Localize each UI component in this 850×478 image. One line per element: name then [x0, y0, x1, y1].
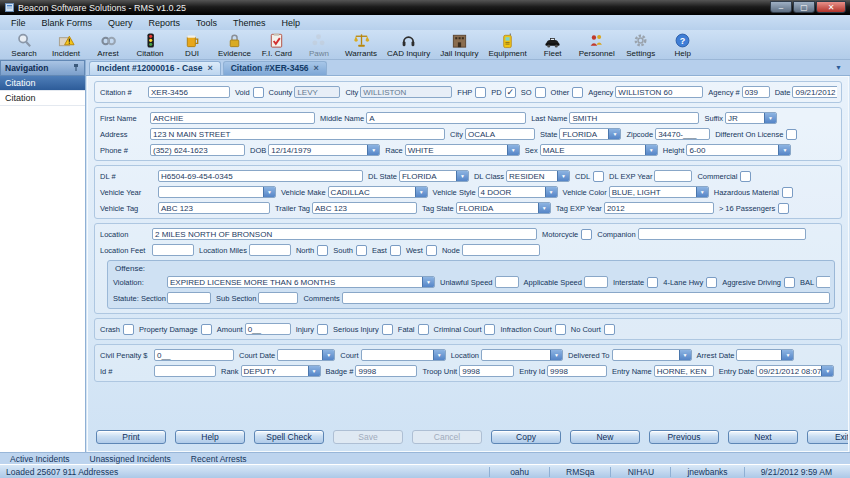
unlawful-speed-input[interactable]: [495, 276, 519, 288]
location-miles-input[interactable]: [249, 244, 291, 256]
delivered-to-dropdown-icon[interactable]: ▼: [679, 350, 691, 360]
rank-dropdown-icon[interactable]: ▼: [308, 366, 320, 376]
rank-input[interactable]: DEPUTY: [242, 366, 308, 376]
court-location-dropdown-icon[interactable]: ▼: [550, 350, 562, 360]
first-name-input[interactable]: ARCHIE: [150, 112, 315, 124]
injury-checkbox[interactable]: [317, 324, 328, 335]
menu-item-query[interactable]: Query: [100, 18, 141, 28]
city-input[interactable]: OCALA: [465, 128, 535, 140]
toolbar-jail-inquiry[interactable]: Jail Inquiry: [435, 32, 483, 58]
tab-overflow-icon[interactable]: ▼: [835, 64, 842, 71]
court-dropdown-icon[interactable]: ▼: [433, 350, 445, 360]
dl-state-input[interactable]: FLORIDA: [400, 171, 456, 181]
sidebar-item-citation-0[interactable]: Citation: [0, 76, 85, 91]
citation-date-input[interactable]: 09/21/2012 08:05: [793, 87, 837, 97]
dl-class-dropdown-icon[interactable]: ▼: [557, 171, 569, 181]
sex-dropdown-icon[interactable]: ▼: [645, 145, 657, 155]
companion-input[interactable]: [638, 228, 806, 240]
hazardous-material-checkbox[interactable]: [782, 187, 793, 198]
county-input[interactable]: LEVY: [294, 86, 340, 98]
agency-number-input[interactable]: 039: [742, 86, 770, 98]
toolbar-citation[interactable]: Citation: [129, 32, 171, 58]
trailer-tag-input[interactable]: ABC 123: [312, 202, 417, 214]
location-input[interactable]: 2 MILES NORTH OF BRONSON: [152, 228, 537, 240]
over-16-passengers-checkbox[interactable]: [778, 203, 789, 214]
menu-item-themes[interactable]: Themes: [225, 18, 274, 28]
menu-item-file[interactable]: File: [3, 18, 34, 28]
cdl-checkbox[interactable]: [593, 171, 604, 182]
vehicle-year-input[interactable]: [159, 187, 263, 197]
node-input[interactable]: [462, 244, 540, 256]
agency-input[interactable]: WILLISTON 60: [615, 86, 703, 98]
cancel-button[interactable]: Cancel: [412, 430, 482, 444]
toolbar-incident[interactable]: Incident: [45, 32, 87, 58]
dl-class-input[interactable]: RESIDEN: [507, 171, 557, 181]
toolbar-warrants[interactable]: Warrants: [340, 32, 382, 58]
so-checkbox[interactable]: [535, 87, 546, 98]
previous-button[interactable]: Previous: [649, 430, 719, 444]
arrest-date-input[interactable]: [737, 350, 781, 360]
menu-item-help[interactable]: Help: [274, 18, 309, 28]
dob-dropdown-icon[interactable]: ▼: [367, 145, 379, 155]
motorcycle-checkbox[interactable]: [581, 229, 592, 240]
property-damage-checkbox[interactable]: [201, 324, 212, 335]
void-checkbox[interactable]: [253, 87, 264, 98]
court-input[interactable]: [362, 350, 433, 360]
suffix-input[interactable]: JR: [726, 113, 764, 123]
state-input[interactable]: FLORIDA: [560, 129, 608, 139]
race-input[interactable]: WHITE: [406, 145, 507, 155]
city-issued-input[interactable]: WILLISTON: [360, 86, 452, 98]
menu-item-reports[interactable]: Reports: [141, 18, 189, 28]
maximize-button[interactable]: ▢: [793, 1, 815, 13]
infraction-court-checkbox[interactable]: [555, 324, 566, 335]
tag-state-input[interactable]: FLORIDA: [457, 203, 538, 213]
dl-state-dropdown-icon[interactable]: ▼: [456, 171, 468, 181]
toolbar-cad-inquiry[interactable]: CAD Inquiry: [382, 32, 435, 58]
court-date-dropdown-icon[interactable]: ▼: [322, 350, 334, 360]
north-checkbox[interactable]: [317, 245, 328, 256]
copy-button[interactable]: Copy: [491, 430, 561, 444]
south-checkbox[interactable]: [356, 245, 367, 256]
toolbar-pawn[interactable]: Pawn: [298, 32, 340, 58]
bottom-tab-recent-arrests[interactable]: Recent Arrests: [191, 454, 247, 464]
other-checkbox[interactable]: [572, 87, 583, 98]
toolbar-f-i-card[interactable]: F.I. Card: [256, 32, 298, 58]
four-lane-hwy-checkbox[interactable]: [706, 277, 717, 288]
toolbar-personnel[interactable]: Personnel: [574, 32, 620, 58]
tag-exp-year-input[interactable]: 2012: [604, 202, 714, 214]
tab-close-icon[interactable]: ×: [314, 64, 319, 72]
height-dropdown-icon[interactable]: ▼: [778, 145, 790, 155]
next-button[interactable]: Next: [728, 430, 798, 444]
sex-input[interactable]: MALE: [541, 145, 645, 155]
middle-name-input[interactable]: A: [366, 112, 526, 124]
location-feet-input[interactable]: [152, 244, 194, 256]
toolbar-search[interactable]: Search: [3, 32, 45, 58]
violation-dropdown-icon[interactable]: ▼: [422, 277, 434, 287]
serious-injury-checkbox[interactable]: [382, 324, 393, 335]
tab-close-icon[interactable]: ×: [207, 64, 212, 72]
vehicle-year-dropdown-icon[interactable]: ▼: [263, 187, 275, 197]
aggresive-driving-checkbox[interactable]: [784, 277, 795, 288]
tab-incident-12000016-case[interactable]: Incident #12000016 - Case×: [89, 61, 221, 75]
toolbar-settings[interactable]: Settings: [620, 32, 662, 58]
pin-icon[interactable]: [72, 63, 80, 74]
last-name-input[interactable]: SMITH: [569, 112, 699, 124]
vehicle-color-dropdown-icon[interactable]: ▼: [696, 187, 708, 197]
court-date-input[interactable]: [278, 350, 322, 360]
toolbar-help[interactable]: ?Help: [662, 32, 704, 58]
zipcode-input[interactable]: 34470-___: [655, 128, 710, 140]
commercial-checkbox[interactable]: [740, 171, 751, 182]
badge-number-input[interactable]: 9998: [355, 365, 417, 377]
toolbar-dui[interactable]: DUI: [171, 32, 213, 58]
toolbar-evidence[interactable]: Evidence: [213, 32, 256, 58]
citation-number-input[interactable]: XER-3456: [148, 86, 230, 98]
interstate-checkbox[interactable]: [647, 277, 658, 288]
suffix-dropdown-icon[interactable]: ▼: [764, 113, 776, 123]
fhp-checkbox[interactable]: [475, 87, 486, 98]
race-dropdown-icon[interactable]: ▼: [507, 145, 519, 155]
dob-input[interactable]: 12/14/1979: [269, 145, 367, 155]
pd-checkbox[interactable]: ✓: [505, 87, 516, 98]
vehicle-style-dropdown-icon[interactable]: ▼: [545, 187, 557, 197]
save-button[interactable]: Save: [333, 430, 403, 444]
amount-input[interactable]: 0__: [245, 323, 291, 335]
